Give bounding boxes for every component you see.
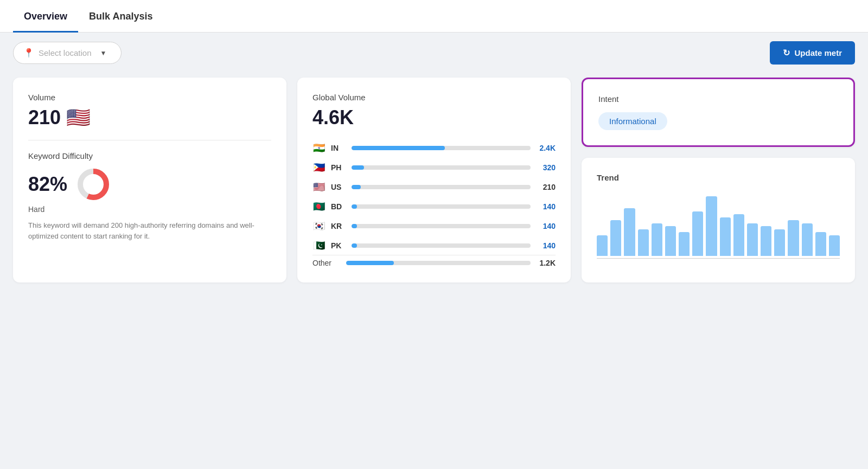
trend-bar [665,226,676,256]
trend-card: Trend [582,158,855,282]
country-flag: 🇵🇭 [312,162,326,174]
country-code: KR [331,222,346,230]
trend-bar [610,220,621,256]
kd-label: Keyword Difficulty [28,151,271,160]
bar-fill [352,224,357,228]
divider [28,140,271,140]
list-item: 🇺🇸 US 210 [312,181,556,193]
other-label: Other [312,259,341,267]
country-value: 210 [536,183,556,191]
update-button-label: Update metr [794,48,842,57]
country-flag: 🇵🇰 [312,240,326,252]
global-volume-card: Global Volume 4.6K 🇮🇳 IN 2.4K 🇵🇭 PH 320 … [297,78,571,282]
volume-number: 210 [28,106,61,129]
other-divider [312,255,556,255]
kd-percent: 82% [28,173,67,196]
chevron-down-icon: ▼ [100,49,107,57]
bar-track [352,224,531,228]
trend-bar [774,229,785,256]
trend-bar [706,196,717,256]
trend-bar [788,220,799,256]
trend-bar [720,217,731,256]
bar-fill [352,165,364,170]
country-code: PK [331,241,346,250]
kd-donut-chart [76,167,111,202]
list-item: 🇵🇭 PH 320 [312,162,556,174]
kd-value-row: 82% [28,167,271,202]
bar-fill [352,146,445,150]
tab-overview[interactable]: Overview [13,2,78,33]
pin-icon: 📍 [23,48,34,58]
bar-fill [352,185,361,189]
other-row: Other 1.2K [312,259,556,267]
svg-point-2 [86,177,101,192]
volume-value: 210 🇺🇸 [28,106,271,129]
bar-track [352,146,531,150]
kd-description: This keyword will demand 200 high-author… [28,220,271,241]
country-code: PH [331,163,346,172]
list-item: 🇮🇳 IN 2.4K [312,142,556,154]
list-item: 🇰🇷 KR 140 [312,220,556,232]
refresh-icon: ↻ [783,48,790,58]
country-value: 140 [536,241,556,250]
kd-hard: Hard [28,205,271,214]
bar-fill [352,204,357,209]
country-flag: 🇰🇷 [312,220,326,232]
list-item: 🇵🇰 PK 140 [312,240,556,252]
trend-bar [692,211,703,256]
intent-badge: Informational [598,112,667,130]
cards-container: Volume 210 🇺🇸 Keyword Difficulty 82% Har… [0,73,868,295]
trend-bar [624,208,635,256]
country-flag: 🇺🇸 [312,181,326,193]
location-placeholder: Select location [39,48,92,57]
trend-bar [815,232,826,256]
country-code: IN [331,144,346,152]
volume-label: Volume [28,93,271,102]
gv-label: Global Volume [312,93,556,102]
country-value: 140 [536,222,556,230]
country-code: BD [331,202,346,211]
list-item: 🇧🇩 BD 140 [312,201,556,213]
trend-bar [802,223,813,256]
bar-track [352,243,531,248]
top-nav: Overview Bulk Analysis [0,0,868,33]
intent-card: Intent Informational [582,78,855,147]
trend-bar [679,232,690,256]
location-select[interactable]: 📍 Select location ▼ [13,42,122,64]
trend-bar [829,235,840,256]
intent-label: Intent [598,94,838,104]
tab-bulk-analysis[interactable]: Bulk Analysis [78,2,163,33]
toolbar: 📍 Select location ▼ ↻ Update metr [0,33,868,73]
trend-chart [597,191,840,256]
trend-bar [733,214,744,256]
trend-bar [638,229,649,256]
bar-track [352,185,531,189]
trend-bar [597,235,608,256]
right-column: Intent Informational Trend [582,78,855,282]
bar-fill [352,243,357,248]
other-bar-fill [346,261,394,265]
other-value: 1.2K [536,259,556,267]
trend-label: Trend [597,173,840,182]
country-value: 2.4K [536,144,556,152]
trend-bar [747,223,758,256]
update-metrics-button[interactable]: ↻ Update metr [770,41,855,65]
bar-track [352,165,531,170]
country-flag: 🇧🇩 [312,201,326,213]
country-code: US [331,183,346,191]
country-value: 320 [536,163,556,172]
bar-track [352,204,531,209]
country-flag: 🇮🇳 [312,142,326,154]
trend-baseline [597,258,840,259]
country-value: 140 [536,202,556,211]
other-bar-track [346,261,531,265]
country-rows: 🇮🇳 IN 2.4K 🇵🇭 PH 320 🇺🇸 US 210 🇧🇩 BD [312,142,556,252]
trend-bar [761,226,771,256]
volume-flag: 🇺🇸 [66,106,91,129]
gv-value: 4.6K [312,106,556,129]
volume-card: Volume 210 🇺🇸 Keyword Difficulty 82% Har… [13,78,286,282]
trend-bar [652,223,662,256]
